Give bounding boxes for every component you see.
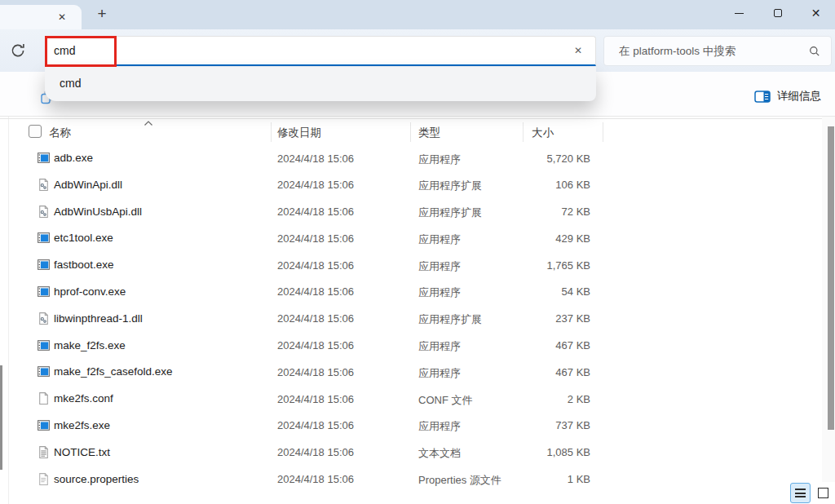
file-icon bbox=[37, 445, 51, 459]
select-all-checkbox[interactable] bbox=[29, 125, 42, 138]
left-pane-scrollbar-thumb[interactable] bbox=[0, 365, 2, 470]
file-type: 应用程序 bbox=[418, 153, 461, 167]
file-icon bbox=[37, 338, 51, 352]
txt-file-icon bbox=[37, 445, 51, 459]
file-type: 应用程序 bbox=[418, 419, 461, 434]
column-resize-handle[interactable] bbox=[523, 122, 524, 142]
file-row[interactable]: etc1tool.exe 2024/4/18 15:06 应用程序 429 KB bbox=[0, 225, 835, 252]
refresh-icon bbox=[10, 42, 26, 59]
file-row[interactable]: source.properties 2024/4/18 15:06 Proper… bbox=[0, 466, 835, 493]
file-size: 737 KB bbox=[555, 419, 590, 431]
minimize-button[interactable] bbox=[720, 0, 758, 26]
file-size: 237 KB bbox=[555, 312, 590, 325]
exe-file-icon bbox=[37, 365, 51, 378]
file-icon bbox=[37, 285, 51, 298]
file-date: 2024/4/18 15:06 bbox=[277, 259, 354, 272]
conf-file-icon bbox=[37, 391, 51, 405]
file-date: 2024/4/18 15:06 bbox=[277, 312, 354, 325]
file-name: fastboot.exe bbox=[54, 259, 114, 271]
vertical-scrollbar-thumb[interactable] bbox=[828, 126, 834, 430]
file-name: libwinpthread-1.dll bbox=[54, 312, 143, 325]
file-type: 应用程序 bbox=[418, 339, 461, 354]
file-row[interactable]: make_f2fs.exe 2024/4/18 15:06 应用程序 467 K… bbox=[0, 333, 835, 360]
suggestion-item[interactable]: cmd bbox=[45, 70, 596, 96]
file-row[interactable]: AdbWinUsbApi.dll 2024/4/18 15:06 应用程序扩展 … bbox=[0, 199, 835, 226]
exe-file-icon bbox=[37, 151, 51, 165]
file-row[interactable]: NOTICE.txt 2024/4/18 15:06 文本文档 1,085 KB bbox=[0, 440, 835, 466]
file-size: 1 KB bbox=[568, 473, 590, 485]
search-icon[interactable] bbox=[808, 45, 821, 61]
file-date: 2024/4/18 15:06 bbox=[277, 366, 354, 378]
file-row[interactable]: hprof-conv.exe 2024/4/18 15:06 应用程序 54 K… bbox=[0, 279, 835, 306]
file-list: adb.exe 2024/4/18 15:06 应用程序 5,720 KB Ad… bbox=[0, 145, 835, 493]
column-resize-handle[interactable] bbox=[410, 122, 411, 142]
file-icon bbox=[37, 365, 51, 378]
file-icon bbox=[37, 205, 51, 219]
file-date: 2024/4/18 15:06 bbox=[277, 339, 354, 351]
column-resize-handle[interactable] bbox=[271, 122, 272, 142]
file-type: Properties 源文件 bbox=[418, 473, 501, 488]
details-info-button[interactable]: 详细信息 bbox=[754, 86, 821, 106]
refresh-button[interactable] bbox=[10, 42, 26, 59]
file-date: 2024/4/18 15:06 bbox=[277, 446, 354, 458]
explorer-tab[interactable]: ✕ bbox=[0, 5, 82, 29]
search-input[interactable] bbox=[619, 39, 798, 63]
file-row[interactable]: adb.exe 2024/4/18 15:06 应用程序 5,720 KB bbox=[0, 145, 835, 172]
column-header-name[interactable]: 名称 bbox=[49, 126, 71, 140]
file-row[interactable]: AdbWinApi.dll 2024/4/18 15:06 应用程序扩展 106… bbox=[0, 172, 835, 199]
file-date: 2024/4/18 15:06 bbox=[277, 393, 354, 405]
details-view-button[interactable] bbox=[790, 483, 811, 503]
search-box[interactable] bbox=[603, 36, 832, 66]
file-name: adb.exe bbox=[54, 152, 93, 164]
icons-view-button[interactable] bbox=[813, 483, 833, 503]
prop-file-icon bbox=[37, 472, 51, 486]
file-size: 1,765 KB bbox=[547, 259, 591, 272]
address-input[interactable] bbox=[54, 38, 568, 63]
file-size: 106 KB bbox=[555, 179, 590, 191]
exe-file-icon bbox=[37, 418, 51, 432]
minimize-icon bbox=[735, 13, 744, 14]
column-resize-handle[interactable] bbox=[603, 122, 603, 142]
file-date: 2024/4/18 15:06 bbox=[277, 179, 354, 191]
maximize-button[interactable] bbox=[758, 0, 797, 26]
file-icon bbox=[37, 151, 51, 165]
details-view-icon bbox=[795, 489, 806, 497]
exe-file-icon bbox=[37, 338, 51, 352]
file-name: AdbWinApi.dll bbox=[54, 179, 122, 191]
file-row[interactable]: mke2fs.conf 2024/4/18 15:06 CONF 文件 2 KB bbox=[0, 386, 835, 413]
file-type: 应用程序 bbox=[418, 259, 461, 274]
address-clear-icon[interactable]: ✕ bbox=[571, 43, 585, 58]
icons-view-icon bbox=[818, 488, 828, 498]
file-type: 应用程序 bbox=[418, 232, 461, 247]
file-date: 2024/4/18 15:06 bbox=[277, 232, 354, 245]
file-icon bbox=[37, 231, 51, 245]
file-size: 467 KB bbox=[555, 366, 590, 378]
file-date: 2024/4/18 15:06 bbox=[277, 206, 354, 218]
file-name: source.properties bbox=[54, 473, 139, 485]
column-header-type[interactable]: 类型 bbox=[418, 126, 440, 140]
sort-ascending-icon bbox=[144, 115, 153, 130]
column-header-row: 名称 修改日期 类型 大小 bbox=[0, 118, 835, 144]
column-header-date[interactable]: 修改日期 bbox=[277, 126, 321, 140]
file-row[interactable]: make_f2fs_casefold.exe 2024/4/18 15:06 应… bbox=[0, 359, 835, 386]
file-type: 应用程序 bbox=[418, 285, 461, 300]
column-header-size[interactable]: 大小 bbox=[532, 126, 554, 140]
close-button[interactable]: ✕ bbox=[797, 0, 835, 26]
file-name: make_f2fs_casefold.exe bbox=[54, 365, 173, 378]
file-row[interactable]: mke2fs.exe 2024/4/18 15:06 应用程序 737 KB bbox=[0, 413, 835, 440]
tab-close-icon[interactable]: ✕ bbox=[54, 9, 70, 25]
file-icon bbox=[37, 391, 51, 405]
exe-file-icon bbox=[37, 231, 51, 245]
new-tab-button[interactable]: + bbox=[91, 3, 113, 24]
details-pane-icon bbox=[754, 91, 771, 103]
file-name: AdbWinUsbApi.dll bbox=[54, 206, 142, 218]
file-icon bbox=[37, 258, 51, 272]
file-size: 72 KB bbox=[562, 206, 590, 218]
file-type: 应用程序扩展 bbox=[418, 312, 482, 327]
file-size: 54 KB bbox=[562, 285, 590, 298]
file-size: 1,085 KB bbox=[547, 446, 591, 458]
address-bar[interactable]: ✕ bbox=[45, 36, 596, 66]
address-suggestion-dropdown: cmd bbox=[45, 67, 596, 101]
file-row[interactable]: libwinpthread-1.dll 2024/4/18 15:06 应用程序… bbox=[0, 306, 835, 333]
file-row[interactable]: fastboot.exe 2024/4/18 15:06 应用程序 1,765 … bbox=[0, 252, 835, 279]
